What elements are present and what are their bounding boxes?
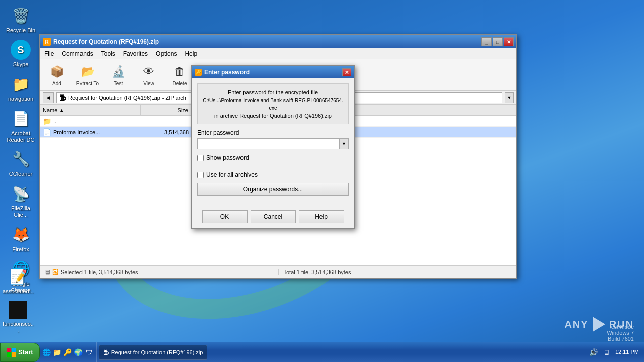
password-input[interactable]: [197, 138, 340, 149]
dialog-info-line1: Enter password for the encrypted file: [202, 88, 344, 97]
cancel-button[interactable]: Cancel: [251, 210, 296, 223]
dialog-body: Enter password for the encrypted file C:…: [192, 78, 354, 206]
show-password-label[interactable]: Show password: [206, 154, 249, 161]
password-input-wrap: ▼: [197, 138, 349, 149]
dialog-title-text: Enter password: [204, 69, 342, 76]
ok-button[interactable]: OK: [202, 210, 248, 223]
dialog-title-icon: 🔑: [195, 69, 202, 76]
dialog-close-button[interactable]: ✕: [342, 68, 351, 76]
organize-passwords-button[interactable]: Organize passwords...: [197, 183, 349, 196]
password-label: Enter password: [197, 129, 349, 136]
use-for-all-row: Use for all archives: [197, 171, 349, 178]
dialog-overlay: 🔑 Enter password ✕ Enter password for th…: [0, 0, 644, 362]
use-for-all-label[interactable]: Use for all archives: [206, 171, 258, 178]
dialog-titlebar: 🔑 Enter password ✕: [192, 66, 354, 78]
show-password-row: Show password: [197, 154, 349, 161]
dialog-footer: OK Cancel Help: [192, 206, 354, 228]
dialog-info: Enter password for the encrypted file C:…: [197, 83, 349, 124]
dialog-info-file: C:\Us...\Proforma Invoice and Bank swift…: [202, 97, 344, 112]
use-for-all-checkbox[interactable]: [197, 172, 204, 178]
help-button[interactable]: Help: [299, 210, 344, 223]
dialog-info-line2: in archive Request for Quotation (RFQ#19…: [202, 112, 344, 120]
show-password-checkbox[interactable]: [197, 155, 204, 161]
password-dropdown-button[interactable]: ▼: [340, 138, 349, 149]
desktop: 🗑️ Recycle Bin S Skype 📁 navigation 📄 Ac…: [0, 0, 644, 362]
password-dialog: 🔑 Enter password ✕ Enter password for th…: [191, 65, 355, 229]
